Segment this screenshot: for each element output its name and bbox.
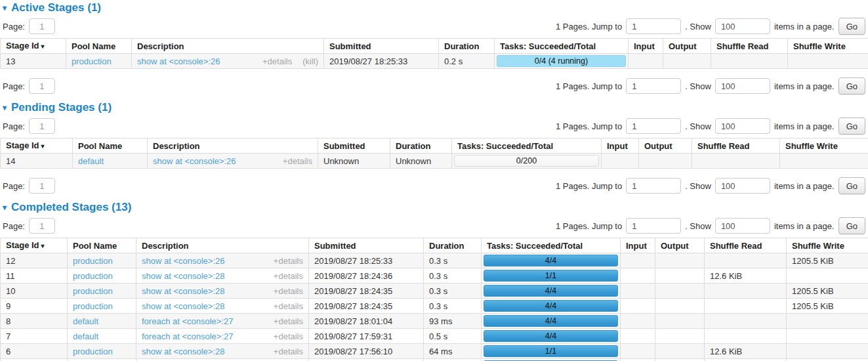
details-link[interactable]: +details (274, 257, 303, 265)
sort-desc-icon: ▾ (41, 43, 45, 50)
details-link[interactable]: +details (283, 157, 312, 165)
description-link[interactable]: show at <console>:28 (142, 287, 224, 295)
page-number-input[interactable] (29, 18, 55, 34)
duration-cell: 0.2 s (424, 359, 482, 361)
description-link[interactable]: show at <console>:28 (142, 272, 224, 280)
shuffle-read-cell: 12.6 KiB (705, 344, 787, 359)
pool-name-link[interactable]: production (73, 347, 113, 356)
col-input[interactable]: Input (602, 138, 639, 154)
show-label: . Show (685, 81, 711, 91)
go-button[interactable]: Go (838, 77, 865, 95)
col-pool-name[interactable]: Pool Name (68, 238, 136, 253)
shuffle-read-cell (711, 54, 788, 69)
go-button[interactable]: Go (838, 18, 865, 35)
description-link[interactable]: show at <console>:26 (153, 157, 236, 165)
output-cell (655, 359, 705, 361)
pool-name-link[interactable]: production (73, 271, 113, 281)
col-tasks[interactable]: Tasks: Succeeded/Total (452, 138, 602, 154)
col-output[interactable]: Output (639, 138, 692, 154)
pages-info-label: 1 Pages. Jump to (556, 221, 622, 231)
pool-name-link[interactable]: production (73, 256, 113, 266)
details-link[interactable]: +details (274, 317, 303, 326)
shuffle-write-cell (787, 314, 868, 329)
col-input[interactable]: Input (621, 238, 655, 253)
kill-link[interactable]: (kill) (302, 57, 318, 66)
description-link[interactable]: show at <console>:28 (142, 302, 224, 310)
page-number-input[interactable] (29, 178, 55, 194)
details-link[interactable]: +details (274, 272, 303, 280)
details-link[interactable]: +details (274, 347, 303, 356)
show-count-input[interactable] (715, 18, 770, 34)
show-count-input[interactable] (715, 218, 770, 234)
submitted-cell: 2019/08/27 17:59:31 (309, 329, 424, 344)
col-shuffle-read[interactable]: Shuffle Read (692, 138, 780, 154)
pending-bottom-pagination: Page: 1 Pages. Jump to . Show items in a… (3, 177, 866, 194)
col-shuffle-read[interactable]: Shuffle Read (711, 39, 788, 54)
col-description[interactable]: Description (148, 138, 318, 154)
active-stages-title: Active Stages (1) (11, 2, 101, 14)
col-pool-name[interactable]: Pool Name (66, 39, 132, 54)
col-output[interactable]: Output (655, 238, 705, 253)
pool-name-link[interactable]: production (73, 286, 113, 296)
pending-stages-heading[interactable]: ▾ Pending Stages (1) (3, 102, 868, 114)
col-submitted[interactable]: Submitted (309, 238, 424, 253)
col-output[interactable]: Output (663, 39, 711, 54)
details-link[interactable]: +details (274, 332, 303, 341)
col-shuffle-write[interactable]: Shuffle Write (787, 238, 868, 253)
page-number-input[interactable] (29, 118, 55, 134)
show-count-input[interactable] (715, 118, 770, 134)
output-cell (655, 284, 705, 299)
pool-name-link[interactable]: production (72, 56, 112, 66)
jump-to-input[interactable] (626, 178, 681, 194)
col-description[interactable]: Description (132, 39, 324, 54)
page-number-input[interactable] (29, 78, 55, 94)
col-input[interactable]: Input (629, 39, 663, 54)
duration-cell: 0.3 s (424, 268, 482, 284)
description-link[interactable]: foreach at <console>:27 (142, 317, 234, 326)
go-button[interactable]: Go (838, 117, 865, 135)
details-link[interactable]: +details (274, 302, 303, 310)
col-duration[interactable]: Duration (424, 238, 482, 253)
go-button[interactable]: Go (838, 217, 865, 234)
col-duration[interactable]: Duration (439, 39, 495, 54)
completed-top-pagination: Page: 1 Pages. Jump to . Show items in a… (3, 217, 866, 234)
input-cell (621, 253, 655, 268)
description-link[interactable]: show at <console>:28 (142, 347, 224, 356)
pool-name-link[interactable]: default (78, 156, 104, 166)
col-duration[interactable]: Duration (390, 138, 452, 154)
details-link[interactable]: +details (274, 287, 303, 295)
col-submitted[interactable]: Submitted (324, 39, 439, 54)
description-link[interactable]: foreach at <console>:27 (142, 332, 234, 341)
active-stages-heading[interactable]: ▾ Active Stages (1) (3, 2, 868, 14)
jump-to-input[interactable] (626, 78, 681, 94)
show-count-input[interactable] (715, 178, 770, 194)
col-stage-id[interactable]: Stage Id▾ (1, 238, 68, 253)
tasks-progress-bar: 4/4 (484, 315, 618, 327)
col-shuffle-read[interactable]: Shuffle Read (705, 238, 787, 253)
col-stage-id[interactable]: Stage Id▾ (1, 138, 73, 154)
jump-to-input[interactable] (626, 18, 681, 34)
go-button[interactable]: Go (838, 177, 865, 194)
col-submitted[interactable]: Submitted (318, 138, 390, 154)
input-cell (621, 268, 655, 284)
description-link[interactable]: show at <console>:26 (142, 257, 224, 265)
jump-to-input[interactable] (626, 118, 681, 134)
show-count-input[interactable] (715, 78, 770, 94)
col-tasks[interactable]: Tasks: Succeeded/Total (482, 238, 621, 253)
pool-name-link[interactable]: default (73, 316, 98, 326)
stage-id-cell: 13 (1, 54, 66, 69)
jump-to-input[interactable] (626, 218, 681, 234)
pool-name-link[interactable]: production (73, 301, 113, 311)
completed-stages-heading[interactable]: ▾ Completed Stages (13) (3, 202, 868, 213)
col-tasks[interactable]: Tasks: Succeeded/Total (495, 39, 629, 54)
col-pool-name[interactable]: Pool Name (73, 138, 148, 154)
col-shuffle-write[interactable]: Shuffle Write (780, 138, 868, 154)
description-link[interactable]: show at <console>:26 (137, 57, 220, 66)
page-number-input[interactable] (29, 218, 55, 234)
duration-cell: 0.3 s (424, 284, 482, 299)
col-stage-id[interactable]: Stage Id▾ (1, 39, 66, 54)
details-link[interactable]: +details (262, 57, 292, 66)
col-shuffle-write[interactable]: Shuffle Write (788, 39, 868, 54)
col-description[interactable]: Description (136, 238, 309, 253)
pool-name-link[interactable]: default (73, 331, 98, 341)
